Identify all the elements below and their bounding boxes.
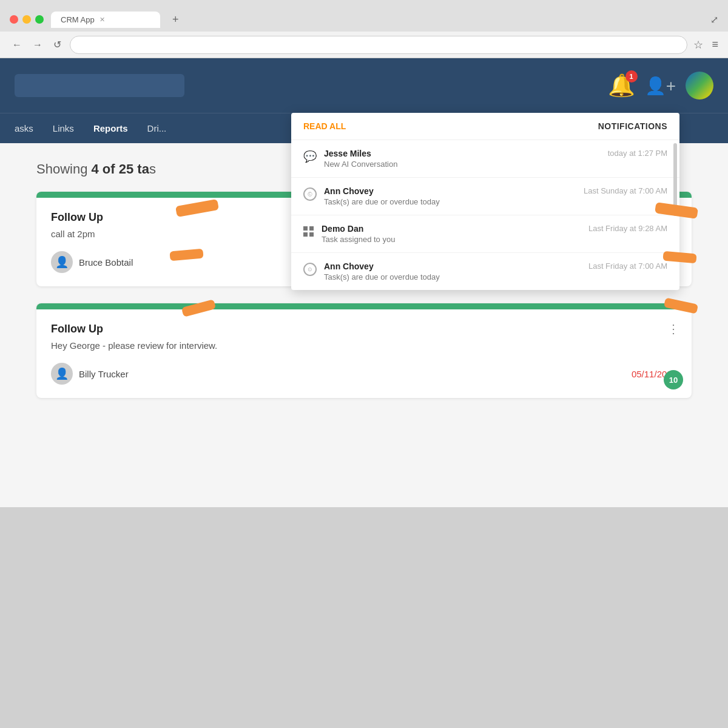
task-card-2: ⋮ Follow Up Hey George - please review f… — [36, 303, 692, 398]
contact-avatar-2: 👤 — [51, 363, 73, 385]
notif-message-3: Task assigned to you — [322, 235, 581, 244]
notif-time-4: Last Friday at 7:00 AM — [588, 261, 667, 271]
notification-item-2[interactable]: © Ann Chovey Task(s) are due or overdue … — [291, 178, 679, 215]
notif-sender-4: Ann Chovey — [324, 261, 581, 271]
notifications-header: READ ALL NOTIFICATIONS — [291, 113, 679, 140]
notification-badge: 1 — [625, 70, 638, 83]
clock-circle-icon-2: © — [303, 187, 317, 201]
maximize-button[interactable] — [35, 15, 44, 24]
notifications-title: NOTIFICATIONS — [598, 121, 667, 131]
app-header: 🔔 1 👤+ — [0, 58, 728, 113]
notif-sender-2: Ann Chovey — [324, 186, 576, 196]
task-contact-2: 👤 Billy Trucker — [51, 363, 129, 385]
read-all-button[interactable]: READ ALL — [303, 121, 346, 131]
notif-time-2: Last Sunday at 7:00 AM — [584, 186, 667, 195]
header-icons: 🔔 1 👤+ — [608, 72, 713, 99]
showing-count: 4 of 25 ta — [92, 161, 149, 177]
speech-bubble-icon: 💬 — [303, 150, 317, 163]
close-button[interactable] — [10, 15, 18, 24]
browser-chrome: CRM App ✕ + ⤢ ← → ↺ ☆ ≡ — [0, 0, 728, 58]
contact-name-1: Bruce Bobtail — [79, 257, 133, 268]
header-search-bar[interactable] — [15, 74, 184, 97]
task-footer-2: 👤 Billy Trucker 05/11/2021 — [51, 363, 677, 385]
avatar-icon-1: 👤 — [55, 255, 69, 269]
task-notes-2: Hey George - please review for interview… — [51, 340, 677, 351]
notification-item-3[interactable]: Demo Dan Task assigned to you Last Frida… — [291, 215, 679, 253]
grid-icon-3 — [303, 226, 314, 237]
back-button[interactable]: ← — [10, 37, 24, 53]
notif-body-4: Ann Chovey Task(s) are due or overdue to… — [324, 261, 581, 281]
notification-item-4[interactable]: ⊙ Ann Chovey Task(s) are due or overdue … — [291, 253, 679, 290]
task-menu-button-2[interactable]: ⋮ — [667, 323, 679, 335]
notif-sender-1: Jesse Miles — [324, 149, 601, 158]
address-bar[interactable] — [70, 36, 687, 54]
notif-body-3: Demo Dan Task assigned to you — [322, 224, 581, 244]
browser-tab[interactable]: CRM App ✕ — [51, 12, 160, 28]
notifications-scrollbar[interactable] — [673, 143, 677, 216]
notification-bell[interactable]: 🔔 1 — [608, 73, 635, 98]
notif-message-4: Task(s) are due or overdue today — [324, 272, 581, 281]
tab-close-icon[interactable]: ✕ — [99, 16, 105, 24]
minimize-button[interactable] — [22, 15, 31, 24]
notif-sender-3: Demo Dan — [322, 224, 581, 234]
notification-item-1[interactable]: 💬 Jesse Miles New AI Conversation today … — [291, 140, 679, 178]
notif-body-2: Ann Chovey Task(s) are due or overdue to… — [324, 186, 576, 206]
browser-toolbar: ← → ↺ ☆ ≡ — [0, 32, 728, 58]
expand-icon[interactable]: ⤢ — [710, 14, 718, 25]
notif-time-1: today at 1:27 PM — [608, 149, 667, 158]
browser-titlebar: CRM App ✕ + ⤢ — [0, 0, 728, 32]
add-contact-icon[interactable]: 👤+ — [645, 76, 676, 96]
task-title-2: Follow Up — [51, 323, 677, 335]
task-card-body-2: ⋮ Follow Up Hey George - please review f… — [36, 309, 692, 398]
new-tab-button[interactable]: + — [167, 12, 184, 27]
notif-body-1: Jesse Miles New AI Conversation — [324, 149, 601, 169]
nav-item-reports[interactable]: Reports — [93, 123, 128, 133]
notif-time-3: Last Friday at 9:28 AM — [588, 224, 667, 233]
task-contact-1: 👤 Bruce Bobtail — [51, 251, 133, 273]
contact-avatar-1: 👤 — [51, 251, 73, 273]
notifications-dropdown: READ ALL NOTIFICATIONS 💬 Jesse Miles New… — [291, 113, 679, 290]
app-container: 🔔 1 👤+ asks Links Reports Dri... Showing… — [0, 58, 728, 728]
notifications-list: 💬 Jesse Miles New AI Conversation today … — [291, 140, 679, 290]
task-count-badge: 10 — [664, 370, 683, 389]
forward-button[interactable]: → — [30, 37, 45, 53]
user-avatar[interactable] — [686, 72, 713, 99]
notif-message-1: New AI Conversation — [324, 160, 601, 169]
refresh-button[interactable]: ↺ — [51, 36, 64, 53]
nav-item-tasks[interactable]: asks — [15, 123, 33, 133]
menu-icon[interactable]: ≡ — [712, 38, 718, 51]
traffic-lights — [10, 15, 44, 24]
nav-item-drive[interactable]: Dri... — [147, 123, 167, 133]
notif-message-2: Task(s) are due or overdue today — [324, 197, 576, 206]
avatar-icon-2: 👤 — [55, 367, 69, 380]
clock-circle-icon-4: ⊙ — [303, 263, 317, 276]
contact-name-2: Billy Trucker — [79, 369, 129, 379]
toolbar-icons: ☆ ≡ — [693, 38, 718, 52]
nav-item-links[interactable]: Links — [53, 123, 74, 133]
task-card-top-bar-2 — [36, 303, 692, 309]
tab-label: CRM App — [61, 15, 95, 24]
bookmark-icon[interactable]: ☆ — [693, 38, 703, 52]
